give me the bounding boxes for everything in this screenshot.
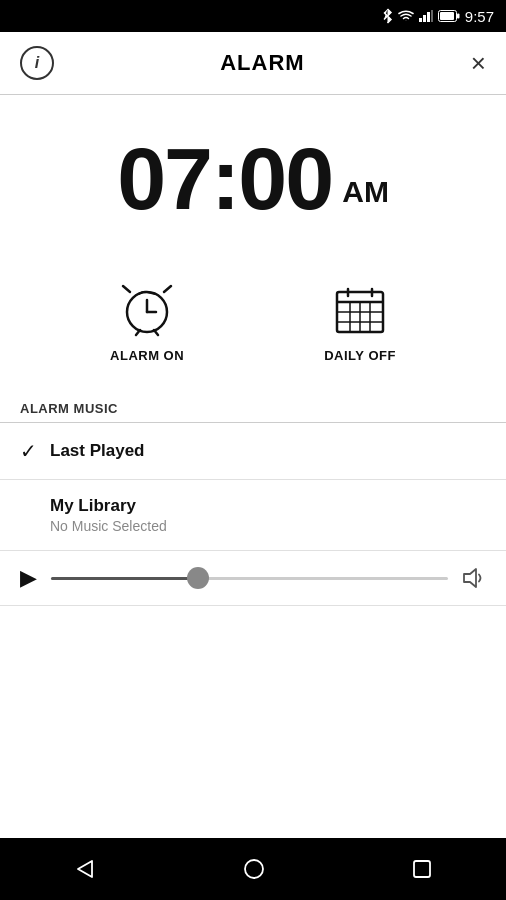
svg-rect-2 xyxy=(419,18,422,22)
svg-line-10 xyxy=(164,286,171,292)
alarm-toggle-control[interactable]: ALARM ON xyxy=(110,283,184,363)
my-library-title: My Library xyxy=(50,496,167,516)
slider-thumb[interactable] xyxy=(187,567,209,589)
spacer xyxy=(0,606,506,838)
daily-toggle-label: DAILY OFF xyxy=(324,348,396,363)
music-section-header: ALARM MUSIC xyxy=(0,393,506,423)
daily-toggle-control[interactable]: DAILY OFF xyxy=(324,283,396,363)
calendar-icon xyxy=(330,283,390,338)
svg-marker-26 xyxy=(78,861,92,877)
last-played-title: Last Played xyxy=(50,441,145,461)
status-icons: 9:57 xyxy=(382,8,494,25)
header: i ALARM × xyxy=(0,32,506,95)
volume-button[interactable] xyxy=(462,568,486,588)
volume-icon xyxy=(462,568,486,588)
svg-line-9 xyxy=(123,286,130,292)
bottom-nav xyxy=(0,838,506,900)
checkmark-icon: ✓ xyxy=(20,439,50,463)
header-title: ALARM xyxy=(220,50,304,76)
status-bar: 9:57 xyxy=(0,0,506,32)
svg-rect-8 xyxy=(440,12,454,20)
alarm-clock-icon xyxy=(117,283,177,338)
time-hours: 07 xyxy=(117,135,211,223)
info-button[interactable]: i xyxy=(20,46,54,80)
svg-point-27 xyxy=(245,860,263,878)
svg-line-15 xyxy=(154,330,158,335)
last-played-row[interactable]: ✓ Last Played xyxy=(0,423,506,480)
svg-line-14 xyxy=(136,330,140,335)
home-icon xyxy=(243,858,265,880)
player-row: ▶ xyxy=(0,551,506,606)
recent-icon xyxy=(412,859,432,879)
info-icon: i xyxy=(35,54,39,72)
time-section[interactable]: 07 : 00 AM xyxy=(0,95,506,273)
svg-rect-5 xyxy=(431,10,433,22)
controls-row: ALARM ON DAILY OFF xyxy=(0,273,506,393)
battery-icon xyxy=(438,10,460,22)
status-time: 9:57 xyxy=(465,8,494,25)
close-icon: × xyxy=(471,48,486,78)
music-section: ALARM MUSIC ✓ Last Played My Library No … xyxy=(0,393,506,551)
recent-button[interactable] xyxy=(412,859,432,879)
home-button[interactable] xyxy=(243,858,265,880)
play-button[interactable]: ▶ xyxy=(20,565,37,591)
svg-rect-7 xyxy=(457,14,460,19)
back-button[interactable] xyxy=(74,858,96,880)
my-library-row[interactable]: My Library No Music Selected xyxy=(0,480,506,551)
progress-slider[interactable] xyxy=(51,577,448,580)
slider-fill xyxy=(51,577,198,580)
svg-rect-4 xyxy=(427,12,430,22)
back-icon xyxy=(74,858,96,880)
alarm-toggle-label: ALARM ON xyxy=(110,348,184,363)
time-minutes: 00 xyxy=(238,135,332,223)
time-period: AM xyxy=(342,175,389,223)
svg-rect-28 xyxy=(414,861,430,877)
svg-rect-3 xyxy=(423,15,426,22)
my-library-subtitle: No Music Selected xyxy=(50,518,167,534)
wifi-icon xyxy=(398,10,414,22)
close-button[interactable]: × xyxy=(471,50,486,76)
signal-icon xyxy=(419,10,433,22)
svg-marker-25 xyxy=(464,569,476,587)
time-colon: : xyxy=(211,135,238,223)
bluetooth-icon xyxy=(382,8,393,24)
